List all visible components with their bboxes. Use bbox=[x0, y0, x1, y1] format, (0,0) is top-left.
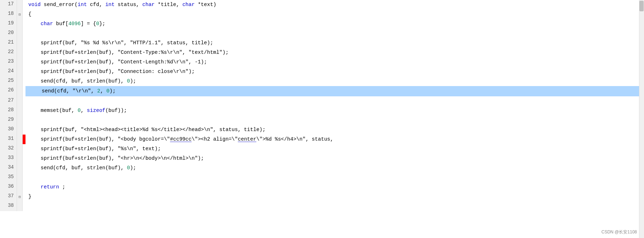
fold-indicator bbox=[17, 115, 23, 125]
fold-indicator bbox=[17, 0, 23, 10]
line-number: 27 bbox=[0, 96, 17, 106]
line-code: sprintf(buf+strlen(buf), "<body bgcolor=… bbox=[25, 135, 644, 144]
code-line: 32 sprintf(buf+strlen(buf), "%s\n", text… bbox=[0, 144, 644, 154]
line-indicator bbox=[23, 10, 25, 19]
line-indicator bbox=[23, 76, 25, 86]
line-indicator bbox=[23, 144, 25, 154]
line-indicator bbox=[23, 163, 25, 173]
line-number: 23 bbox=[0, 57, 17, 67]
fold-indicator[interactable]: ⊟ bbox=[17, 192, 23, 202]
line-code bbox=[25, 202, 644, 211]
fold-indicator bbox=[17, 96, 23, 106]
fold-indicator bbox=[17, 202, 23, 211]
fold-indicator bbox=[17, 154, 23, 163]
code-line: 35 bbox=[0, 173, 644, 182]
code-line: 20 bbox=[0, 29, 644, 38]
line-indicator bbox=[23, 154, 25, 163]
watermark: CSDN @长安1108 bbox=[602, 229, 637, 235]
line-indicator bbox=[23, 115, 25, 125]
code-line: 21 sprintf(buf, "%s %d %s\r\n", "HTTP/1.… bbox=[0, 38, 644, 48]
fold-indicator bbox=[17, 67, 23, 76]
line-code: sprintf(buf+strlen(buf), "Content-Length… bbox=[25, 57, 644, 67]
code-line: 29 bbox=[0, 115, 644, 125]
line-indicator bbox=[23, 125, 25, 135]
line-code: sprintf(buf+strlen(buf), "Connection: cl… bbox=[25, 67, 644, 76]
line-code: send(cfd, buf, strlen(buf), 0); bbox=[25, 163, 644, 173]
line-number: 24 bbox=[0, 67, 17, 76]
code-line: 19 char buf[4096] = {0}; bbox=[0, 19, 644, 29]
fold-indicator bbox=[17, 163, 23, 173]
line-code: sprintf(buf+strlen(buf), "Content-Type:%… bbox=[25, 48, 644, 57]
line-number: 22 bbox=[0, 48, 17, 57]
vertical-scrollbar[interactable] bbox=[639, 0, 644, 238]
line-number: 25 bbox=[0, 76, 17, 86]
code-line: 23 sprintf(buf+strlen(buf), "Content-Len… bbox=[0, 57, 644, 67]
fold-indicator bbox=[17, 125, 23, 135]
line-number: 21 bbox=[0, 38, 17, 48]
line-indicator bbox=[23, 173, 25, 182]
line-indicator bbox=[23, 182, 25, 192]
line-code: void send_error(int cfd, int status, cha… bbox=[25, 0, 644, 10]
code-line: 33 sprintf(buf+strlen(buf), "<hr>\n</bod… bbox=[0, 154, 644, 163]
line-code: return ; bbox=[25, 182, 644, 192]
fold-indicator bbox=[17, 19, 23, 29]
line-number: 30 bbox=[0, 125, 17, 135]
line-number: 34 bbox=[0, 163, 17, 173]
line-code: send(cfd, "\r\n", 2, 0); bbox=[25, 86, 644, 96]
code-editor: 17void send_error(int cfd, int status, c… bbox=[0, 0, 644, 238]
line-code bbox=[25, 96, 644, 106]
fold-indicator bbox=[17, 182, 23, 192]
fold-indicator bbox=[17, 38, 23, 48]
line-code: sprintf(buf, "<html><head><title>%d %s</… bbox=[25, 125, 644, 135]
code-line: 37⊟} bbox=[0, 192, 644, 202]
fold-indicator bbox=[17, 76, 23, 86]
line-code: memset(buf, 0, sizeof(buf)); bbox=[25, 106, 644, 115]
code-line: 34 send(cfd, buf, strlen(buf), 0); bbox=[0, 163, 644, 173]
line-code: sprintf(buf+strlen(buf), "%s\n", text); bbox=[25, 144, 644, 154]
code-line: 18⊟{ bbox=[0, 10, 644, 19]
code-line: 26 send(cfd, "\r\n", 2, 0); bbox=[0, 86, 644, 96]
line-indicator bbox=[23, 202, 25, 211]
line-indicator bbox=[23, 86, 25, 96]
code-line: 27 bbox=[0, 96, 644, 106]
line-number: 26 bbox=[0, 86, 17, 96]
line-number: 20 bbox=[0, 29, 17, 38]
line-indicator bbox=[23, 48, 25, 57]
line-number: 32 bbox=[0, 144, 17, 154]
fold-indicator[interactable]: ⊟ bbox=[17, 10, 23, 19]
fold-indicator bbox=[17, 86, 23, 96]
line-indicator bbox=[23, 96, 25, 106]
scrollbar-thumb[interactable] bbox=[639, 1, 644, 11]
code-line: 22 sprintf(buf+strlen(buf), "Content-Typ… bbox=[0, 48, 644, 57]
line-code bbox=[25, 173, 644, 182]
line-code bbox=[25, 29, 644, 38]
line-number: 28 bbox=[0, 106, 17, 115]
code-line: 17void send_error(int cfd, int status, c… bbox=[0, 0, 644, 10]
fold-indicator bbox=[17, 173, 23, 182]
line-number: 36 bbox=[0, 182, 17, 192]
code-line: 24 sprintf(buf+strlen(buf), "Connection:… bbox=[0, 67, 644, 76]
line-number: 29 bbox=[0, 115, 17, 125]
code-line: 25 send(cfd, buf, strlen(buf), 0); bbox=[0, 76, 644, 86]
line-code: char buf[4096] = {0}; bbox=[25, 19, 644, 29]
fold-indicator bbox=[17, 106, 23, 115]
code-content: 17void send_error(int cfd, int status, c… bbox=[0, 0, 644, 211]
line-number: 19 bbox=[0, 19, 17, 29]
code-line: 31 sprintf(buf+strlen(buf), "<body bgcol… bbox=[0, 135, 644, 144]
line-code: { bbox=[25, 10, 644, 19]
code-line: 28 memset(buf, 0, sizeof(buf)); bbox=[0, 106, 644, 115]
fold-indicator bbox=[17, 135, 23, 144]
code-line: 30 sprintf(buf, "<html><head><title>%d %… bbox=[0, 125, 644, 135]
line-indicator bbox=[23, 106, 25, 115]
line-code bbox=[25, 115, 644, 125]
line-number: 33 bbox=[0, 154, 17, 163]
line-indicator bbox=[23, 57, 25, 67]
code-line: 36 return ; bbox=[0, 182, 644, 192]
line-indicator bbox=[23, 135, 25, 144]
line-number: 35 bbox=[0, 173, 17, 182]
line-code: send(cfd, buf, strlen(buf), 0); bbox=[25, 76, 644, 86]
code-line: 38 bbox=[0, 202, 644, 211]
line-code: } bbox=[25, 192, 644, 202]
fold-indicator bbox=[17, 144, 23, 154]
line-number: 38 bbox=[0, 202, 17, 211]
